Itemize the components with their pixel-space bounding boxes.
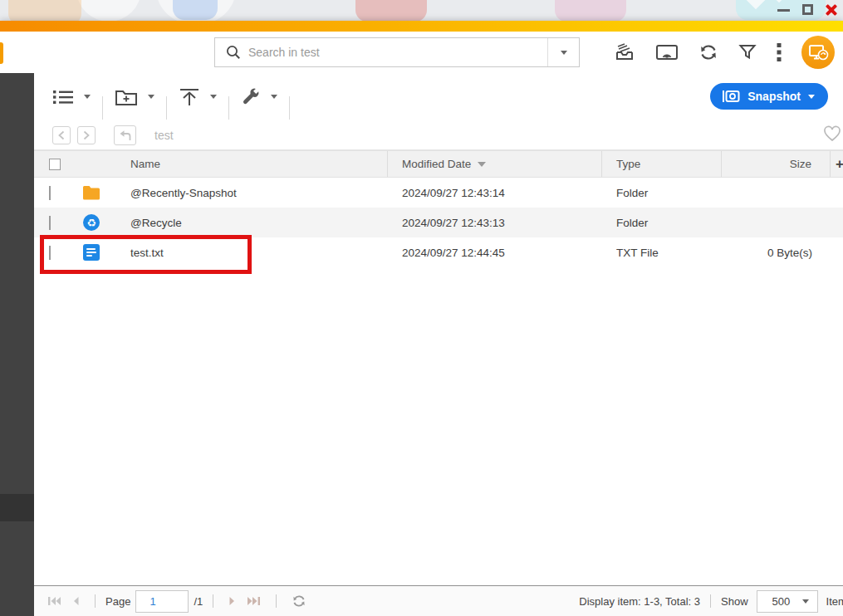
view-list-icon (52, 89, 74, 105)
desktop-icon-blocks (355, 0, 427, 22)
page-label: Page (105, 595, 130, 608)
show-label: Show (721, 595, 748, 608)
desktop-background: Snapshot (0, 0, 843, 616)
wrench-icon (241, 87, 261, 107)
app-header (0, 32, 843, 73)
upload-button[interactable] (179, 88, 217, 106)
column-header-name[interactable]: Name (112, 151, 388, 177)
page-size-select[interactable]: 500 (757, 590, 818, 613)
create-folder-button[interactable] (115, 88, 154, 106)
chevron-down-icon (148, 95, 154, 99)
folder-plus-icon (115, 88, 138, 106)
snapshot-button-label: Snapshot (747, 90, 801, 103)
items-label: Item(s) (826, 595, 843, 608)
sidebar-selected-band (0, 494, 34, 521)
statusbar-separator (710, 594, 711, 608)
breadcrumb[interactable]: test (154, 129, 174, 142)
search-input[interactable] (242, 46, 547, 59)
table-row[interactable]: @Recently-Snapshot 2024/09/27 12:43:14 F… (34, 178, 843, 208)
statusbar-separator (213, 594, 213, 608)
window-close-button[interactable] (825, 3, 838, 17)
first-page-button[interactable] (47, 596, 61, 606)
recycle-bin-icon: ♻ (71, 214, 112, 231)
add-column-button[interactable]: + (831, 151, 843, 177)
select-all-checkbox[interactable] (49, 159, 61, 170)
column-header-modified[interactable]: Modified Date (388, 151, 602, 177)
row-checkbox[interactable] (49, 216, 51, 230)
window-titlebar[interactable] (0, 21, 843, 32)
file-name[interactable]: @Recycle (112, 217, 388, 229)
column-header-type[interactable]: Type (602, 151, 722, 177)
row-checkbox[interactable] (49, 186, 51, 200)
refresh-icon[interactable] (698, 42, 718, 62)
file-browser-main: Snapshot (34, 73, 843, 616)
file-station-window: Snapshot (0, 21, 843, 616)
view-mode-button[interactable] (52, 89, 91, 105)
search-box (214, 37, 580, 67)
next-page-button[interactable] (228, 596, 237, 606)
file-modified: 2024/09/27 12:44:45 (388, 247, 602, 259)
go-up-button[interactable] (114, 125, 136, 145)
back-button[interactable] (52, 126, 71, 144)
column-header-size[interactable]: Size (722, 151, 831, 177)
annotation-highlight-box (40, 235, 252, 274)
background-tasks-icon[interactable] (614, 42, 635, 63)
select-all-cell (34, 151, 71, 177)
sort-desc-icon (478, 162, 486, 167)
desktop-icon-pink (555, 0, 626, 22)
statusbar-separator (276, 594, 277, 608)
previous-page-button[interactable] (71, 596, 80, 606)
window-minimize-button[interactable] (777, 9, 790, 12)
display-info: Display item: 1-3, Total: 3 (579, 595, 700, 608)
tools-button[interactable] (241, 87, 277, 107)
chevron-down-icon (84, 95, 91, 99)
snapshot-button[interactable]: Snapshot (710, 83, 828, 110)
toolbar: Snapshot (34, 73, 843, 120)
chevron-down-icon (561, 51, 567, 55)
search-scope-dropdown[interactable] (547, 38, 579, 66)
filter-icon[interactable] (738, 43, 757, 61)
desktop-icon-halo (76, 0, 141, 22)
cast-media-icon[interactable] (655, 42, 679, 62)
navigation-bar: test (34, 120, 843, 150)
toolbar-separator (289, 96, 290, 120)
remote-mount-icon[interactable] (801, 36, 835, 69)
sidebar-collapsed[interactable] (0, 73, 34, 616)
chevron-down-icon (808, 95, 815, 99)
forward-button[interactable] (77, 126, 96, 144)
last-page-button[interactable] (247, 596, 261, 606)
toolbar-separator (102, 96, 103, 120)
more-options-icon[interactable] (777, 42, 782, 62)
favorite-heart-icon[interactable] (823, 125, 841, 145)
camera-icon (722, 89, 740, 104)
file-modified: 2024/09/27 12:43:14 (388, 187, 602, 199)
page-number-input[interactable] (135, 590, 189, 613)
file-type: TXT File (602, 247, 722, 259)
icon-column-header (71, 151, 112, 177)
search-icon (225, 44, 242, 61)
upload-icon (179, 88, 200, 106)
toolbar-separator (166, 96, 167, 120)
chevron-down-icon (802, 599, 809, 604)
refresh-list-icon[interactable] (292, 594, 306, 609)
desktop-icon-database (173, 0, 218, 20)
statusbar-separator (95, 594, 96, 608)
file-type: Folder (602, 217, 722, 229)
app-logo-partial (0, 42, 3, 64)
table-row[interactable]: ♻ @Recycle 2024/09/27 12:43:13 Folder (34, 208, 843, 237)
toolbar-separator (228, 96, 229, 120)
folder-icon (71, 185, 112, 200)
page-size-value: 500 (772, 595, 791, 608)
chevron-down-icon (271, 95, 277, 99)
window-maximize-button[interactable] (802, 4, 813, 15)
status-bar: Page /1 (34, 585, 843, 616)
file-modified: 2024/09/27 12:43:13 (388, 217, 602, 229)
file-size: 0 Byte(s) (722, 247, 831, 259)
file-name[interactable]: @Recently-Snapshot (112, 187, 388, 199)
file-type: Folder (602, 187, 722, 199)
table-header: Name Modified Date Type Size + (34, 150, 843, 178)
page-total: /1 (194, 595, 203, 608)
chevron-down-icon (210, 95, 217, 99)
